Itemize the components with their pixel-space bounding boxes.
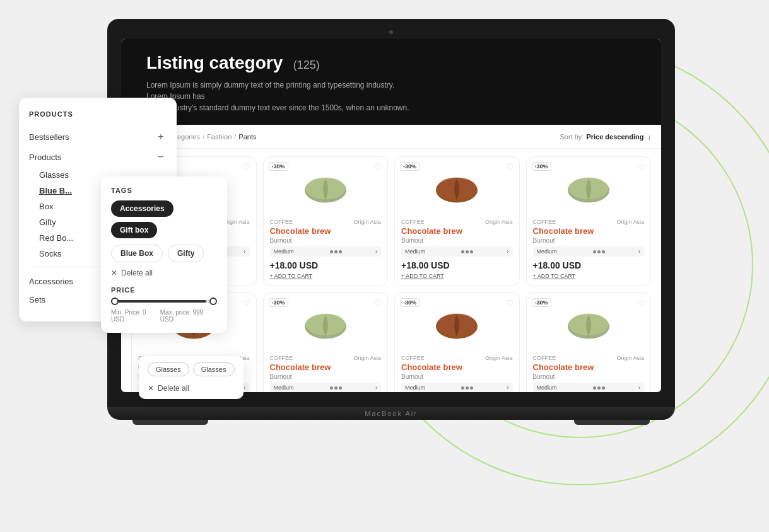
glasses-tag-2[interactable]: Glasses [193, 362, 235, 376]
scene: Listing category (125) Lorem Ipsum is si… [0, 0, 769, 532]
product-card: -30% ♡ COFFEE Origin Asia Chocolate brew… [394, 156, 520, 286]
sidebar-bestsellers-label: Bestsellers [29, 132, 69, 142]
product-origin: Origin Asia [353, 355, 381, 361]
product-badge: -30% [269, 298, 288, 307]
product-card: -30% ♡ COFFEE Origin Asia Chocolate brew… [526, 156, 652, 286]
product-variant-selector[interactable]: Medium › [270, 246, 382, 257]
product-price: +18.00 USD [401, 260, 513, 270]
sidebar-section-title: PRODUCTS [29, 110, 167, 118]
product-card: -30% ♡ COFFEE Origin Asia Chocolate brew… [526, 292, 652, 392]
laptop-bottom: MacBook Air [107, 401, 675, 420]
product-variant-selector[interactable]: Medium › [533, 383, 645, 392]
laptop-foot-right [574, 420, 650, 425]
result-count: (125) [293, 59, 320, 71]
product-title: Chocolate brew [401, 362, 513, 372]
product-wishlist-icon[interactable]: ♡ [637, 298, 645, 308]
product-badge: -30% [269, 162, 288, 171]
sidebar-products-collapse-icon[interactable]: − [155, 151, 167, 163]
product-wishlist-icon[interactable]: ♡ [374, 298, 382, 308]
product-badge: -30% [400, 162, 420, 171]
tag-giftbox[interactable]: Gift box [111, 222, 157, 238]
product-badge: -30% [400, 298, 420, 307]
product-image [270, 163, 382, 214]
product-image [533, 163, 645, 214]
product-title: Chocolate brew [270, 226, 382, 236]
sort-value[interactable]: Price descending [586, 133, 643, 141]
add-to-cart-button[interactable]: + ADD TO CART [401, 273, 513, 279]
product-category: COFFEE [533, 219, 556, 225]
price-slider-thumb-max[interactable] [209, 298, 217, 305]
product-category: COFFEE [270, 355, 293, 361]
glasses-delete-all-button[interactable]: ✕ Delete all [148, 384, 235, 393]
product-wishlist-icon[interactable]: ♡ [637, 162, 645, 172]
product-card: -30% ♡ COFFEE Origin Asia Chocolate brew… [263, 292, 389, 392]
product-wishlist-icon[interactable]: ♡ [243, 162, 251, 172]
tag-gifty[interactable]: Gifty [168, 245, 204, 262]
laptop-hinge [107, 401, 675, 407]
add-to-cart-button[interactable]: + ADD TO CART [270, 273, 382, 279]
sidebar-products-label: Products [29, 153, 61, 162]
sort-label: Sort by: [560, 133, 584, 141]
price-min-label: Min. Price: 0 USD [111, 309, 160, 323]
sidebar-item-products[interactable]: Products − [29, 147, 167, 167]
product-meta: COFFEE Origin Asia [401, 219, 513, 225]
product-meta: COFFEE Origin Asia [401, 355, 513, 361]
product-variant-selector[interactable]: Medium › [401, 383, 513, 392]
product-image [401, 163, 513, 214]
glasses-panel: Glasses Glasses ✕ Delete all [139, 356, 244, 399]
glasses-tag-1[interactable]: Glasses [148, 362, 189, 376]
product-subtitle: Burnout [401, 373, 513, 380]
sidebar-accessories-label: Accessories [29, 277, 73, 286]
product-image [401, 299, 513, 350]
product-subtitle: Burnout [533, 237, 645, 244]
product-wishlist-icon[interactable]: ♡ [506, 298, 514, 308]
sort-direction-icon: ↓ [648, 133, 652, 141]
product-variant-selector[interactable]: Medium › [401, 246, 513, 257]
price-slider-track[interactable] [111, 300, 217, 303]
tag-bluebox[interactable]: Blue Box [111, 245, 163, 262]
product-variant-selector[interactable]: Medium › [270, 383, 382, 392]
price-slider-thumb-min[interactable] [111, 298, 119, 305]
product-title: Chocolate brew [270, 362, 382, 372]
product-meta: COFFEE Origin Asia [270, 219, 382, 225]
laptop-brand-label: MacBook Air [365, 410, 418, 417]
product-image [270, 299, 382, 350]
product-badge: -30% [532, 162, 551, 171]
product-origin: Origin Asia [353, 219, 381, 225]
price-labels: Min. Price: 0 USD Max. price: 999 USD [111, 309, 217, 323]
screen-header: Listing category (125) Lorem Ipsum is si… [121, 39, 661, 125]
product-subtitle: Burnout [401, 237, 513, 244]
product-price: +18.00 USD [270, 260, 382, 270]
product-category: COFFEE [401, 355, 425, 361]
tag-accessories[interactable]: Accessories [111, 200, 173, 217]
breadcrumb-pants[interactable]: Pants [238, 133, 256, 141]
tags-panel: TAGS Accessories Gift box Blue Box Gifty… [101, 176, 227, 333]
product-category: COFFEE [401, 219, 425, 225]
price-section-title: PRICE [111, 286, 217, 294]
glasses-delete-label: Delete all [158, 384, 189, 393]
glasses-tags-row: Glasses Glasses [148, 362, 235, 376]
page-description: Lorem Ipsum is simply dummy text of the … [146, 79, 411, 113]
product-subtitle: Burnout [533, 373, 645, 380]
laptop-foot-left [132, 420, 208, 425]
price-slider-fill [111, 300, 206, 303]
tags-row: Accessories Gift box [111, 200, 217, 238]
product-title: Chocolate brew [533, 226, 645, 236]
sidebar-item-bestsellers[interactable]: Bestsellers + [29, 127, 167, 147]
product-card: -30% ♡ COFFEE Origin Asia Chocolate brew… [394, 292, 520, 392]
product-variant-selector[interactable]: Medium › [533, 246, 645, 257]
add-to-cart-button[interactable]: + ADD TO CART [533, 273, 645, 279]
product-image [533, 299, 645, 350]
sidebar-bestsellers-expand-icon[interactable]: + [155, 131, 167, 142]
product-price: +18.00 USD [533, 260, 645, 270]
product-category: COFFEE [270, 219, 293, 225]
tags-section-title: TAGS [111, 187, 217, 194]
product-wishlist-icon[interactable]: ♡ [506, 162, 514, 172]
tags-delete-all-button[interactable]: ✕ Delete all [111, 269, 217, 277]
product-title: Chocolate brew [401, 226, 513, 236]
product-badge: -30% [532, 298, 551, 307]
product-origin: Origin Asia [485, 219, 513, 225]
product-wishlist-icon[interactable]: ♡ [374, 162, 382, 172]
product-wishlist-icon[interactable]: ♡ [243, 298, 251, 308]
breadcrumb-fashion[interactable]: Fashion [207, 133, 232, 141]
